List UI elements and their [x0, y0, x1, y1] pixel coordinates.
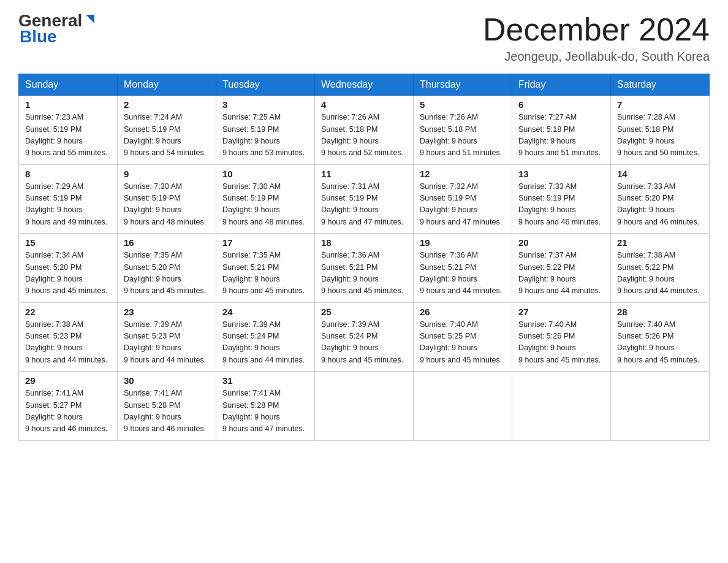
day-number: 8 [25, 169, 111, 179]
day-info: Sunrise: 7:38 AMSunset: 5:22 PMDaylight:… [617, 251, 699, 295]
month-title: December 2024 [483, 12, 710, 47]
day-info: Sunrise: 7:34 AMSunset: 5:20 PMDaylight:… [25, 251, 107, 295]
day-number: 4 [321, 99, 407, 110]
calendar-cell [414, 372, 512, 441]
day-info: Sunrise: 7:40 AMSunset: 5:26 PMDaylight:… [617, 320, 699, 364]
day-info: Sunrise: 7:32 AMSunset: 5:19 PMDaylight:… [420, 182, 502, 226]
day-info: Sunrise: 7:36 AMSunset: 5:21 PMDaylight:… [420, 251, 502, 295]
calendar-table: SundayMondayTuesdayWednesdayThursdayFrid… [18, 74, 710, 441]
day-number: 30 [124, 375, 210, 386]
day-number: 11 [321, 169, 407, 179]
day-number: 27 [518, 307, 604, 317]
col-header-monday: Monday [118, 74, 216, 96]
calendar-cell: 12 Sunrise: 7:32 AMSunset: 5:19 PMDaylig… [414, 164, 512, 234]
calendar-cell: 11 Sunrise: 7:31 AMSunset: 5:19 PMDaylig… [315, 164, 414, 234]
col-header-thursday: Thursday [414, 74, 512, 96]
calendar-cell: 17 Sunrise: 7:35 AMSunset: 5:21 PMDaylig… [216, 234, 315, 303]
day-info: Sunrise: 7:26 AMSunset: 5:18 PMDaylight:… [321, 113, 403, 157]
day-info: Sunrise: 7:41 AMSunset: 5:27 PMDaylight:… [25, 389, 107, 433]
calendar-cell: 30 Sunrise: 7:41 AMSunset: 5:28 PMDaylig… [118, 372, 216, 441]
day-info: Sunrise: 7:26 AMSunset: 5:18 PMDaylight:… [420, 113, 502, 157]
calendar-cell: 5 Sunrise: 7:26 AMSunset: 5:18 PMDayligh… [414, 96, 512, 165]
calendar-week-5: 29 Sunrise: 7:41 AMSunset: 5:27 PMDaylig… [19, 372, 710, 441]
calendar-cell: 6 Sunrise: 7:27 AMSunset: 5:18 PMDayligh… [512, 96, 611, 165]
day-info: Sunrise: 7:38 AMSunset: 5:23 PMDaylight:… [25, 320, 107, 364]
calendar-cell: 10 Sunrise: 7:30 AMSunset: 5:19 PMDaylig… [216, 164, 315, 234]
day-number: 15 [25, 237, 111, 248]
day-number: 13 [518, 169, 604, 179]
calendar-cell: 2 Sunrise: 7:24 AMSunset: 5:19 PMDayligh… [118, 96, 216, 165]
col-header-friday: Friday [512, 74, 611, 96]
day-info: Sunrise: 7:28 AMSunset: 5:18 PMDaylight:… [617, 113, 699, 157]
logo-arrow-icon [83, 13, 97, 27]
calendar-cell: 26 Sunrise: 7:40 AMSunset: 5:25 PMDaylig… [414, 302, 512, 372]
logo-blue: Blue [20, 27, 57, 47]
calendar-week-3: 15 Sunrise: 7:34 AMSunset: 5:20 PMDaylig… [19, 234, 710, 303]
day-number: 16 [124, 237, 210, 248]
day-info: Sunrise: 7:30 AMSunset: 5:19 PMDaylight:… [124, 182, 206, 226]
calendar-cell: 22 Sunrise: 7:38 AMSunset: 5:23 PMDaylig… [19, 302, 118, 372]
day-info: Sunrise: 7:23 AMSunset: 5:19 PMDaylight:… [25, 113, 107, 157]
calendar-cell: 16 Sunrise: 7:35 AMSunset: 5:20 PMDaylig… [118, 234, 216, 303]
day-info: Sunrise: 7:37 AMSunset: 5:22 PMDaylight:… [518, 251, 601, 295]
day-info: Sunrise: 7:41 AMSunset: 5:28 PMDaylight:… [222, 389, 305, 433]
day-number: 18 [321, 237, 407, 248]
day-info: Sunrise: 7:30 AMSunset: 5:19 PMDaylight:… [222, 182, 305, 226]
col-header-wednesday: Wednesday [315, 74, 414, 96]
day-number: 1 [25, 99, 111, 110]
day-info: Sunrise: 7:39 AMSunset: 5:24 PMDaylight:… [222, 320, 305, 364]
calendar-cell [512, 372, 611, 441]
calendar-body: 1 Sunrise: 7:23 AMSunset: 5:19 PMDayligh… [19, 96, 710, 441]
day-number: 14 [617, 169, 703, 179]
day-info: Sunrise: 7:35 AMSunset: 5:21 PMDaylight:… [222, 251, 305, 295]
calendar-cell: 18 Sunrise: 7:36 AMSunset: 5:21 PMDaylig… [315, 234, 414, 303]
calendar-cell: 24 Sunrise: 7:39 AMSunset: 5:24 PMDaylig… [216, 302, 315, 372]
day-info: Sunrise: 7:25 AMSunset: 5:19 PMDaylight:… [222, 113, 305, 157]
logo: General Blue [18, 12, 97, 47]
day-info: Sunrise: 7:36 AMSunset: 5:21 PMDaylight:… [321, 251, 403, 295]
calendar-cell [315, 372, 414, 441]
calendar-cell [611, 372, 710, 441]
calendar-cell: 9 Sunrise: 7:30 AMSunset: 5:19 PMDayligh… [118, 164, 216, 234]
day-info: Sunrise: 7:31 AMSunset: 5:19 PMDaylight:… [321, 182, 403, 226]
calendar-cell: 13 Sunrise: 7:33 AMSunset: 5:19 PMDaylig… [512, 164, 611, 234]
day-info: Sunrise: 7:27 AMSunset: 5:18 PMDaylight:… [518, 113, 601, 157]
calendar-cell: 20 Sunrise: 7:37 AMSunset: 5:22 PMDaylig… [512, 234, 611, 303]
day-number: 5 [420, 99, 506, 110]
day-number: 9 [124, 169, 210, 179]
calendar-cell: 19 Sunrise: 7:36 AMSunset: 5:21 PMDaylig… [414, 234, 512, 303]
day-info: Sunrise: 7:33 AMSunset: 5:20 PMDaylight:… [617, 182, 699, 226]
calendar-cell: 31 Sunrise: 7:41 AMSunset: 5:28 PMDaylig… [216, 372, 315, 441]
calendar-cell: 23 Sunrise: 7:39 AMSunset: 5:23 PMDaylig… [118, 302, 216, 372]
day-number: 29 [25, 375, 111, 386]
day-number: 21 [617, 237, 703, 248]
page-header: General Blue December 2024 Jeongeup, Jeo… [18, 12, 710, 64]
calendar-week-1: 1 Sunrise: 7:23 AMSunset: 5:19 PMDayligh… [19, 96, 710, 165]
day-number: 31 [222, 375, 308, 386]
title-block: December 2024 Jeongeup, Jeollabuk-do, So… [483, 12, 710, 64]
day-number: 25 [321, 307, 407, 317]
day-number: 24 [222, 307, 308, 317]
calendar-cell: 29 Sunrise: 7:41 AMSunset: 5:27 PMDaylig… [19, 372, 118, 441]
day-number: 12 [420, 169, 506, 179]
calendar-week-4: 22 Sunrise: 7:38 AMSunset: 5:23 PMDaylig… [19, 302, 710, 372]
calendar-cell: 7 Sunrise: 7:28 AMSunset: 5:18 PMDayligh… [611, 96, 710, 165]
day-info: Sunrise: 7:40 AMSunset: 5:26 PMDaylight:… [518, 320, 601, 364]
calendar-week-2: 8 Sunrise: 7:29 AMSunset: 5:19 PMDayligh… [19, 164, 710, 234]
calendar-cell: 28 Sunrise: 7:40 AMSunset: 5:26 PMDaylig… [611, 302, 710, 372]
day-number: 17 [222, 237, 308, 248]
day-number: 28 [617, 307, 703, 317]
calendar-cell: 1 Sunrise: 7:23 AMSunset: 5:19 PMDayligh… [19, 96, 118, 165]
calendar-cell: 8 Sunrise: 7:29 AMSunset: 5:19 PMDayligh… [19, 164, 118, 234]
day-number: 20 [518, 237, 604, 248]
calendar-cell: 15 Sunrise: 7:34 AMSunset: 5:20 PMDaylig… [19, 234, 118, 303]
day-number: 7 [617, 99, 703, 110]
col-header-saturday: Saturday [611, 74, 710, 96]
day-number: 3 [222, 99, 308, 110]
calendar-cell: 14 Sunrise: 7:33 AMSunset: 5:20 PMDaylig… [611, 164, 710, 234]
col-header-sunday: Sunday [19, 74, 118, 96]
day-info: Sunrise: 7:24 AMSunset: 5:19 PMDaylight:… [124, 113, 206, 157]
day-info: Sunrise: 7:39 AMSunset: 5:23 PMDaylight:… [124, 320, 206, 364]
day-number: 26 [420, 307, 506, 317]
day-info: Sunrise: 7:40 AMSunset: 5:25 PMDaylight:… [420, 320, 502, 364]
